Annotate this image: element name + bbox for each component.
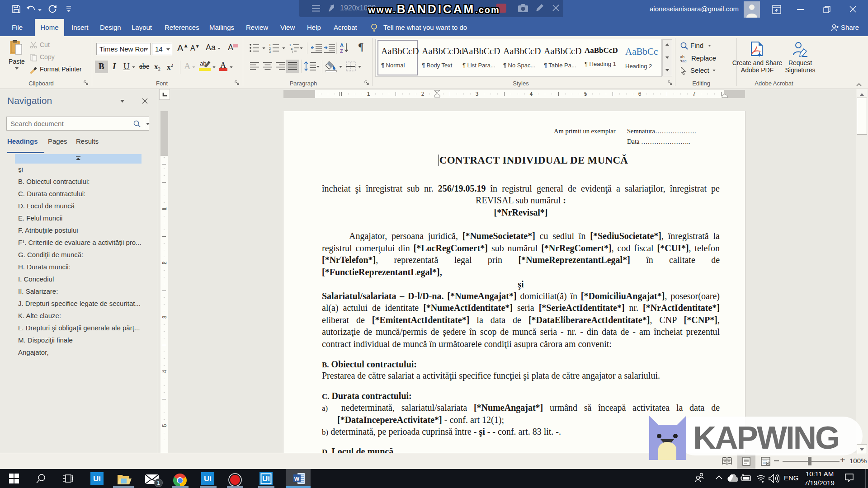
svg-text:A: A (340, 42, 344, 48)
svg-text:3: 3 (269, 50, 271, 53)
svg-text:Z: Z (340, 48, 343, 53)
svg-text:1: 1 (289, 43, 291, 47)
svg-text:ac: ac (682, 59, 687, 63)
svg-text:i: i (292, 50, 293, 53)
svg-text:W: W (294, 476, 300, 482)
svg-text:a: a (291, 47, 292, 50)
svg-text:1: 1 (269, 43, 271, 47)
svg-text:2: 2 (269, 47, 271, 50)
